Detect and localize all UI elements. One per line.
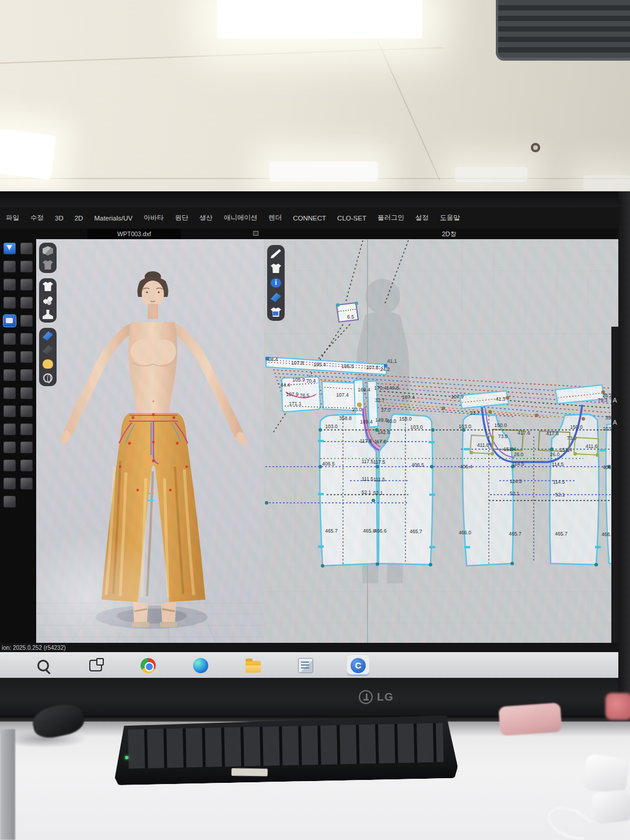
zipper-icon[interactable]: [20, 387, 33, 399]
sewing-curve-icon[interactable]: [4, 351, 16, 363]
menu-item-5[interactable]: 아바타: [144, 214, 164, 222]
menu-item-12[interactable]: 플러그인: [377, 214, 404, 222]
avatar-pair-icon[interactable]: [4, 369, 16, 381]
ceiling-light: [455, 167, 527, 182]
right-panel-label-1[interactable]: A: [612, 419, 617, 426]
measurement-label: 149.8: [375, 417, 388, 423]
measurement-label: 417.6: [517, 430, 530, 436]
fabric-square-alt-icon[interactable]: [20, 442, 33, 453]
menu-item-14[interactable]: 도움말: [440, 214, 460, 222]
menu-item-3[interactable]: 2D: [75, 215, 83, 222]
avatar-bust-icon[interactable]: [43, 310, 53, 319]
fold-book-icon[interactable]: [4, 460, 16, 471]
garment-pieces-icon[interactable]: [4, 442, 16, 453]
air-vent: [496, 0, 630, 61]
ceiling-light: [270, 162, 378, 181]
menu-item-10[interactable]: CONNECT: [293, 215, 326, 222]
needle-pin-icon[interactable]: [4, 387, 16, 399]
sprinkler: [531, 143, 540, 152]
garment-pull-icon[interactable]: [20, 279, 33, 290]
task-view-icon-button[interactable]: [85, 655, 107, 676]
fabric-panel-icon[interactable]: [20, 460, 33, 471]
menu-item-0[interactable]: 파일: [6, 214, 19, 222]
fabric-drape-icon[interactable]: [20, 333, 33, 345]
pen-icon[interactable]: [271, 249, 281, 258]
pose-swap-icon[interactable]: [20, 261, 33, 272]
globe-icon[interactable]: [43, 373, 52, 383]
tab-label: WPT003.dxf: [117, 230, 151, 237]
right-panel-label-0[interactable]: A: [612, 397, 617, 404]
clo-icon-button[interactable]: C: [347, 655, 369, 676]
toolbar-column-1: [2, 243, 17, 639]
tshirt-tool-icon[interactable]: [4, 496, 16, 508]
garment-box-icon[interactable]: [271, 307, 281, 317]
menu-item-2[interactable]: 3D: [55, 215, 64, 222]
toolbar-3d-group-0: [39, 243, 57, 273]
info-icon[interactable]: [271, 278, 281, 288]
measurement-label: 117.5: [362, 459, 374, 464]
sewing-machine-icon[interactable]: [4, 315, 16, 327]
measurement-label: 417.6: [546, 430, 559, 436]
zipper-stop-icon[interactable]: [20, 405, 33, 417]
file-explorer-icon-button[interactable]: [242, 655, 264, 676]
menu-item-7[interactable]: 생산: [200, 214, 213, 222]
lg-logo-icon: [359, 690, 373, 704]
pose-leg-icon[interactable]: [20, 315, 33, 327]
fabric-dark-icon[interactable]: [43, 345, 53, 355]
menu-item-1[interactable]: 수정: [30, 214, 44, 222]
tab-wpt003-dxf[interactable]: WPT003.dxf: [88, 229, 181, 239]
measurement-label: 26.0: [514, 452, 524, 457]
measurement-label: 73.0: [567, 435, 577, 441]
shoe-tool-icon[interactable]: [4, 405, 16, 417]
viewport-3d[interactable]: [36, 239, 264, 643]
texture-shirt-icon[interactable]: [20, 369, 33, 381]
mouse-tool-icon[interactable]: [4, 261, 16, 272]
measurement-label: 52.1: [510, 491, 520, 496]
marquee-select-icon[interactable]: [4, 279, 16, 290]
garment-icon[interactable]: [43, 282, 53, 291]
menu-item-13[interactable]: 설정: [415, 214, 429, 222]
menu-item-4[interactable]: Materials/UV: [94, 215, 132, 222]
walk-avatar-icon[interactable]: [20, 243, 33, 254]
menu-item-8[interactable]: 애니메이션: [224, 214, 258, 222]
edge-icon-button[interactable]: [190, 655, 212, 676]
notepad-icon: [298, 658, 313, 673]
view2d-title: 2D창: [408, 230, 490, 239]
menu-item-11[interactable]: CLO-SET: [337, 215, 366, 222]
notepad-icon-button[interactable]: [295, 655, 317, 676]
measurement-label: 117.8: [374, 439, 387, 444]
pin-drop-icon[interactable]: [43, 296, 53, 305]
arrow-down-tool-icon[interactable]: [4, 243, 16, 254]
vest-tool-icon[interactable]: [4, 478, 16, 489]
measurement-label: 466.0: [459, 530, 471, 536]
measurement-label: 103.0: [459, 424, 471, 429]
measurement-label: 79.3: [598, 397, 608, 403]
measurement-label: 24.2: [380, 366, 390, 372]
menu-item-9[interactable]: 렌더: [268, 214, 282, 222]
measurement-label: 189.4: [360, 419, 373, 425]
fabric-square-icon[interactable]: [20, 424, 33, 435]
menu-item-6[interactable]: 원단: [175, 214, 188, 222]
chrome-icon-button[interactable]: [137, 655, 159, 676]
flatten-tool-icon[interactable]: [4, 424, 16, 435]
fabric-blue-icon[interactable]: [43, 331, 53, 341]
garment-icon[interactable]: [271, 264, 281, 273]
float-window-icon[interactable]: [253, 231, 258, 236]
toolbar-column-2: [19, 243, 34, 639]
keyboard-led: [125, 756, 128, 760]
pose-arm-icon[interactable]: [20, 297, 33, 309]
avatar-head-icon[interactable]: [43, 359, 53, 369]
red-object: [606, 693, 630, 720]
viewport-3d-toolbar: [39, 243, 57, 386]
cube-view-icon[interactable]: [43, 246, 53, 256]
fabric-roll-icon[interactable]: [4, 297, 16, 309]
measurement-label: 107.8: [291, 360, 304, 366]
sewing-pattern-icon[interactable]: [4, 333, 16, 345]
measurement-label: 117.8: [360, 438, 372, 444]
connector-icon[interactable]: [20, 478, 33, 489]
fabric-blue-icon[interactable]: [271, 293, 281, 302]
checker-shirt-icon[interactable]: [20, 351, 33, 363]
viewport-2d[interactable]: 38.4107.8195.4195.5107.824.241.16.5105.9…: [264, 239, 618, 643]
search-icon-button[interactable]: [32, 655, 54, 676]
garment-dim-icon[interactable]: [43, 260, 53, 270]
